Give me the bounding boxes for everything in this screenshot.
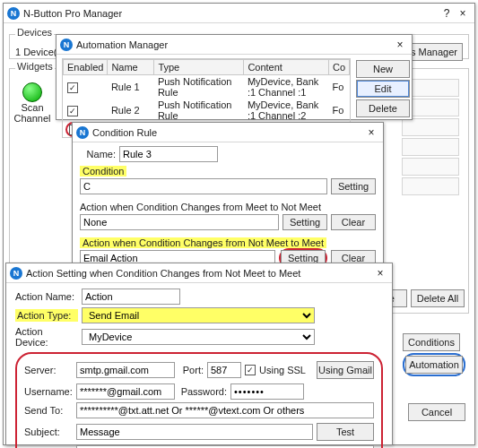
- widgets-legend: Widgets: [15, 61, 55, 72]
- setting-button[interactable]: Setting: [282, 214, 327, 230]
- password-field[interactable]: [230, 383, 304, 400]
- led-icon: [22, 82, 42, 102]
- port-field[interactable]: [207, 362, 241, 378]
- test-button[interactable]: Test: [317, 423, 374, 441]
- titlebar-cond: N Condition Rule ×: [73, 123, 383, 142]
- app-icon: N: [76, 126, 89, 139]
- automation-manager-window: N Automation Manager × Enabled Name Type…: [56, 34, 413, 120]
- close-icon[interactable]: ×: [372, 267, 388, 280]
- app-icon: N: [60, 39, 73, 51]
- table-header-row: Enabled Name Type Content Co: [64, 60, 350, 75]
- app-icon: N: [7, 7, 20, 20]
- meet-to-not-label: Action when Condition Changes from Meet …: [80, 202, 321, 212]
- not-to-meet-label: Action when Condition Changes from Not M…: [80, 237, 326, 248]
- action-device-select[interactable]: MyDevice: [82, 329, 315, 345]
- cond-name-row: Name:: [80, 146, 376, 162]
- devices-manager-button[interactable]: s Manager: [405, 43, 463, 61]
- act-title: Action Setting when Condition Changes fr…: [26, 268, 372, 279]
- meet-to-not-field[interactable]: [80, 214, 279, 230]
- titlebar-act: N Action Setting when Condition Changes …: [6, 263, 392, 283]
- port-label: Port:: [178, 365, 204, 375]
- action-device-label: Action Device:: [15, 326, 78, 348]
- name-label: Name:: [80, 149, 116, 159]
- action-type-label: Action Type:: [15, 309, 78, 322]
- col-type[interactable]: Type: [154, 60, 244, 75]
- using-gmail-button[interactable]: Using Gmail: [317, 361, 374, 379]
- action-name-label: Action Name:: [15, 291, 78, 302]
- action-type-select[interactable]: Send Email: [82, 307, 315, 323]
- checkbox-icon[interactable]: [67, 106, 78, 116]
- devices-legend: Devices: [15, 27, 54, 38]
- scan-l2: Channel: [13, 113, 51, 124]
- clear-button[interactable]: Clear: [331, 214, 376, 230]
- col-name[interactable]: Name: [108, 60, 154, 75]
- scan-channel-widget[interactable]: Scan Channel: [13, 82, 51, 124]
- condition-label: Condition: [80, 166, 126, 177]
- checkbox-icon[interactable]: [67, 82, 78, 93]
- close-icon[interactable]: ×: [455, 7, 471, 20]
- edit-highlight: Edit: [356, 80, 410, 98]
- titlebar-main: N N-Button Pro Manager ? ×: [4, 4, 474, 23]
- subject-field[interactable]: [76, 424, 313, 440]
- col-enabled[interactable]: Enabled: [64, 60, 108, 75]
- col-co[interactable]: Co: [328, 60, 349, 75]
- close-icon[interactable]: ×: [363, 126, 379, 139]
- new-button[interactable]: New: [356, 60, 410, 78]
- username-label: Username:: [24, 386, 73, 397]
- main-cancel-area: Cancel: [408, 401, 465, 423]
- password-label: Password:: [178, 386, 227, 397]
- setting-button[interactable]: Setting: [331, 178, 376, 194]
- act-type-row: Action Type: Send Email: [15, 307, 383, 323]
- main-right-buttons: Conditions Automation: [403, 332, 465, 376]
- condition-rule-window: N Condition Rule × Name: Condition Setti…: [72, 122, 384, 265]
- sendto-label: Send To:: [24, 405, 73, 416]
- delete-all-button[interactable]: Delete All: [411, 289, 465, 307]
- action-name-field[interactable]: [82, 289, 180, 305]
- table-row[interactable]: Rule 1 Push Notification Rule MyDevice, …: [64, 75, 350, 99]
- action-setting-window: N Action Setting when Condition Changes …: [5, 263, 393, 445]
- username-field[interactable]: [76, 383, 175, 400]
- table-row[interactable]: Rule 2 Push Notification Rule MyDevice, …: [64, 99, 350, 122]
- automation-ring: Automation: [403, 353, 465, 376]
- sendto-field[interactable]: [76, 402, 374, 418]
- conditions-button[interactable]: Conditions: [403, 333, 460, 351]
- act-device-row: Action Device: MyDevice: [15, 326, 383, 348]
- automation-button[interactable]: Automation: [405, 356, 463, 374]
- widget-btn-5[interactable]: [402, 158, 459, 176]
- close-icon[interactable]: ×: [392, 39, 408, 51]
- server-label: Server:: [24, 365, 73, 375]
- ssl-label: Using SSL: [259, 365, 306, 375]
- help-icon[interactable]: ?: [439, 7, 455, 20]
- delete-button[interactable]: Delete: [356, 99, 410, 117]
- main-title: N-Button Pro Manager: [23, 8, 439, 19]
- automgr-title: Automation Manager: [76, 39, 392, 50]
- subject-label: Subject:: [24, 426, 73, 437]
- cond-title: Condition Rule: [92, 127, 363, 138]
- server-field[interactable]: [76, 362, 175, 378]
- titlebar-automgr: N Automation Manager ×: [56, 35, 412, 55]
- scan-l1: Scan: [13, 102, 51, 113]
- app-icon: N: [10, 267, 22, 280]
- name-field[interactable]: [119, 146, 218, 162]
- col-content[interactable]: Content: [244, 60, 329, 75]
- email-settings-ring: Server: Port: Using SSL Using Gmail User…: [15, 352, 383, 448]
- act-name-row: Action Name:: [15, 289, 383, 305]
- condition-field[interactable]: [80, 178, 327, 194]
- cancel-button[interactable]: Cancel: [408, 403, 465, 421]
- widget-btn-6[interactable]: [402, 177, 459, 195]
- ssl-checkbox[interactable]: [245, 365, 256, 375]
- edit-button[interactable]: Edit: [356, 80, 410, 98]
